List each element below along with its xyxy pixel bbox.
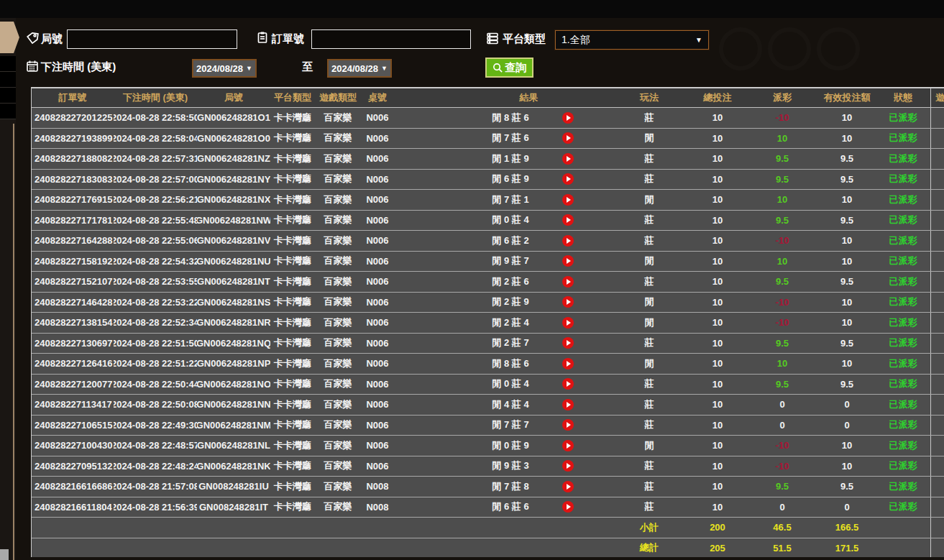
sidebar-collapse-tab[interactable] bbox=[0, 22, 19, 53]
cell-platform-type: 卡卡灣廳 bbox=[270, 334, 315, 354]
platform-type-label: 平台類型 bbox=[503, 32, 546, 46]
game-no-input[interactable] bbox=[67, 29, 237, 49]
table-row: 2408282271264162024-08-28 22:51:22GN0062… bbox=[32, 354, 944, 375]
search-button[interactable]: 查詢 bbox=[485, 58, 533, 78]
cell-status: 已派彩 bbox=[876, 436, 930, 456]
play-video-icon[interactable] bbox=[562, 214, 574, 226]
cell-payout: -10 bbox=[746, 436, 818, 456]
cell-table-no: N006 bbox=[361, 190, 394, 210]
play-video-icon[interactable] bbox=[562, 255, 574, 267]
play-video-icon[interactable] bbox=[562, 440, 574, 451]
cell-order-no bbox=[32, 538, 114, 558]
play-video-icon[interactable] bbox=[562, 378, 574, 390]
result-text: 閒 4 莊 4 bbox=[492, 398, 528, 411]
column-header-table-no: 桌號 bbox=[361, 88, 394, 107]
clipboard-icon bbox=[256, 31, 269, 44]
cell-detail bbox=[930, 231, 944, 251]
cell-game-no: GN006248281NV bbox=[197, 231, 270, 251]
cell-valid-bet: 10 bbox=[818, 436, 876, 456]
play-video-icon[interactable] bbox=[562, 460, 574, 472]
table-row: 2408282270951322024-08-28 22:48:24GN0062… bbox=[32, 456, 944, 477]
play-video-icon[interactable] bbox=[562, 132, 574, 144]
cell-game-type: 百家樂 bbox=[315, 456, 361, 477]
cell-bet-time: 2024-08-28 22:51:50 bbox=[114, 334, 197, 354]
cell-game-type bbox=[315, 518, 361, 538]
cell-game-no: GN006248281NQ bbox=[197, 334, 270, 354]
cell-order-no: 240828216611804 bbox=[32, 497, 114, 518]
order-no-input[interactable] bbox=[311, 29, 471, 49]
cell-result: 閒 7 莊 8 bbox=[394, 477, 610, 497]
cell-total-bet: 10 bbox=[689, 293, 746, 313]
cell-status: 已派彩 bbox=[876, 231, 930, 251]
cell-bet-time: 2024-08-28 22:48:24 bbox=[114, 456, 197, 477]
play-video-icon[interactable] bbox=[562, 194, 574, 206]
cell-game-no: GN006248281NX bbox=[197, 190, 270, 210]
cell-game-type: 百家樂 bbox=[315, 436, 361, 456]
cell-valid-bet: 9.5 bbox=[818, 272, 876, 292]
cell-order-no: 240828227126416 bbox=[32, 354, 114, 374]
table-row: 2408282271880822024-08-28 22:57:31GN0062… bbox=[32, 149, 944, 170]
cell-table-no: N006 bbox=[361, 129, 394, 149]
table-row: 2408282271134172024-08-28 22:50:08GN0062… bbox=[32, 395, 944, 416]
date-to-value: 2024/08/28 bbox=[331, 63, 378, 74]
sidebar-hidden-item bbox=[0, 104, 16, 119]
play-video-icon[interactable] bbox=[562, 501, 574, 513]
cell-payout: -10 bbox=[746, 231, 818, 251]
cell-status: 已派彩 bbox=[876, 293, 930, 313]
platform-type-select[interactable]: 1.全部 ▼ bbox=[555, 30, 709, 50]
play-video-icon[interactable] bbox=[562, 112, 574, 124]
cell-table-no: N008 bbox=[361, 477, 394, 497]
cell-detail bbox=[930, 149, 944, 169]
cell-result: 閒 9 莊 3 bbox=[394, 456, 610, 477]
play-video-icon[interactable] bbox=[562, 481, 574, 492]
cell-total-bet: 10 bbox=[689, 416, 746, 436]
play-video-icon[interactable] bbox=[562, 173, 574, 185]
cell-result bbox=[394, 518, 610, 538]
cell-valid-bet: 10 bbox=[818, 129, 876, 149]
cell-total-bet: 10 bbox=[689, 497, 746, 518]
date-from-picker[interactable]: 2024/08/28 ▼ bbox=[192, 59, 257, 78]
date-to-picker[interactable]: 2024/08/28 ▼ bbox=[327, 59, 392, 78]
game-no-label: 局號 bbox=[41, 32, 63, 46]
cell-play-type: 莊 bbox=[610, 170, 689, 190]
cell-total-bet: 10 bbox=[689, 334, 746, 354]
cell-game-no: GN006248281NT bbox=[197, 272, 270, 292]
cell-status: 已派彩 bbox=[876, 416, 930, 436]
cell-status: 已派彩 bbox=[876, 272, 930, 292]
cell-detail bbox=[930, 108, 944, 128]
cell-play-type: 莊 bbox=[610, 211, 689, 231]
play-video-icon[interactable] bbox=[562, 296, 574, 308]
cell-table-no: N006 bbox=[361, 395, 394, 415]
result-text: 閒 9 莊 7 bbox=[492, 254, 528, 267]
cell-result: 閒 1 莊 9 bbox=[394, 149, 610, 169]
cell-play-type: 莊 bbox=[610, 149, 689, 169]
search-button-label: 查詢 bbox=[505, 61, 527, 75]
play-video-icon[interactable] bbox=[562, 153, 574, 165]
play-video-icon[interactable] bbox=[562, 276, 574, 288]
play-video-icon[interactable] bbox=[562, 419, 574, 431]
cell-payout: 46.5 bbox=[746, 518, 818, 538]
play-video-icon[interactable] bbox=[562, 235, 574, 247]
cell-total-bet: 10 bbox=[689, 395, 746, 415]
cell-order-no: 240828227113417 bbox=[32, 395, 114, 415]
cell-result: 閒 0 莊 4 bbox=[394, 211, 610, 231]
cell-game-type: 百家樂 bbox=[315, 252, 361, 272]
play-video-icon[interactable] bbox=[562, 358, 574, 369]
cell-order-no: 240828227120077 bbox=[32, 375, 114, 395]
cell-bet-time: 2024-08-28 22:51:22 bbox=[114, 354, 197, 374]
date-range-to-label: 至 bbox=[302, 60, 313, 74]
scrollbar-corner[interactable] bbox=[0, 549, 9, 560]
cell-status bbox=[876, 538, 930, 558]
play-video-icon[interactable] bbox=[562, 317, 574, 329]
bet-time-label: 下注時間 (美東) bbox=[41, 60, 116, 74]
cell-result bbox=[394, 538, 610, 558]
play-video-icon[interactable] bbox=[562, 337, 574, 349]
play-video-icon[interactable] bbox=[562, 399, 574, 410]
sidebar-divider-line bbox=[13, 124, 14, 560]
cell-total-bet: 10 bbox=[689, 149, 746, 169]
result-text: 閒 7 莊 1 bbox=[492, 193, 528, 206]
cell-total-bet: 10 bbox=[689, 477, 746, 497]
table-row: 2408282271769152024-08-28 22:56:21GN0062… bbox=[32, 190, 944, 211]
cell-total-bet: 10 bbox=[689, 436, 746, 456]
cell-result: 閒 9 莊 7 bbox=[394, 252, 610, 272]
